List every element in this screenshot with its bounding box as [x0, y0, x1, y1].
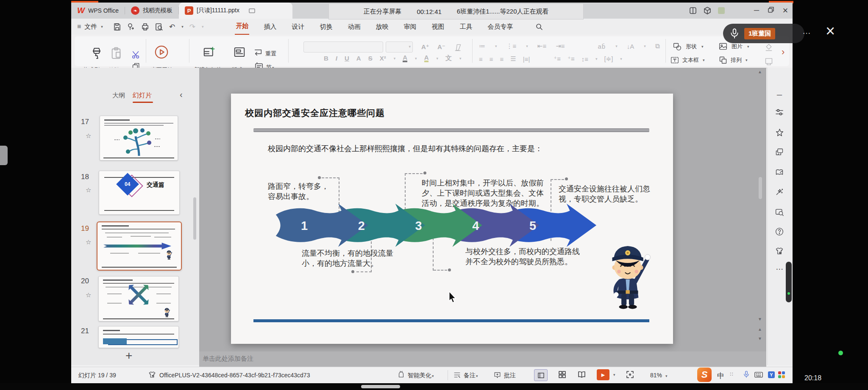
slide-19-star-icon[interactable]: ☆ — [86, 238, 91, 246]
close-button[interactable]: × — [778, 5, 793, 16]
sharer-name-badge[interactable]: 1班董国 — [744, 28, 775, 39]
sogou-ime-icon[interactable]: S — [697, 368, 712, 382]
play-from-page-icon[interactable] — [154, 45, 169, 59]
process-arrows[interactable]: 1 2 3 4 5 — [273, 202, 598, 249]
microphone-icon[interactable] — [729, 28, 740, 39]
properties-icon[interactable] — [773, 106, 786, 119]
collapse-toolbar-icon[interactable]: ─ — [773, 89, 786, 102]
help-icon[interactable] — [773, 225, 786, 238]
normal-view-button[interactable] — [534, 369, 548, 381]
slide-18-star-icon[interactable]: ☆ — [86, 186, 91, 194]
picture-button[interactable]: 图片 — [732, 43, 743, 50]
print-icon[interactable] — [141, 23, 149, 31]
skin-center-icon[interactable] — [773, 245, 786, 257]
search-icon[interactable] — [536, 23, 543, 30]
ime-tool-icon[interactable]: Y — [768, 371, 775, 378]
notes-placeholder[interactable]: 单击此处添加备注 — [203, 355, 253, 363]
reset-button[interactable]: 重置 — [265, 50, 276, 58]
undo-button[interactable]: ↶ — [169, 22, 175, 31]
menu-slideshow[interactable]: 放映 — [375, 19, 389, 35]
find-icon[interactable] — [155, 23, 163, 31]
menu-review[interactable]: 审阅 — [403, 19, 417, 35]
fit-slide-button[interactable] — [626, 371, 634, 380]
comments-button[interactable]: 批注 — [504, 372, 516, 379]
overlay-close-button[interactable]: × — [826, 22, 835, 40]
tab-preview-icon[interactable] — [249, 8, 255, 14]
canvas-scrollbar-thumb[interactable] — [759, 177, 762, 199]
menu-animation[interactable]: 动画 — [347, 19, 361, 35]
canvas-scrollbar-up[interactable]: ▲ — [758, 69, 762, 74]
ime-toolbox-icon[interactable] — [778, 371, 785, 378]
menu-design[interactable]: 设计 — [291, 19, 305, 35]
arrange-button[interactable]: 排列 — [731, 56, 742, 64]
slide-canvas[interactable]: 校园内部交通安全应注意哪些问题 校园内部的交通不像社会上那样熙熙攘攘，但是却有其… — [231, 94, 673, 344]
notes-pane[interactable] — [199, 351, 766, 367]
mini-app-icon[interactable] — [718, 7, 725, 14]
reset-icon[interactable] — [253, 48, 263, 58]
arrange-icon[interactable] — [719, 56, 727, 64]
police-officer-illustration[interactable] — [603, 235, 654, 311]
image-search-icon[interactable] — [773, 206, 786, 219]
beautify-button[interactable]: 智能美化▾ — [408, 372, 434, 379]
slide-title[interactable]: 校园内部交通安全应注意哪些问题 — [245, 107, 385, 119]
animation-pane-icon[interactable] — [773, 146, 786, 158]
ime-keyboard-icon[interactable] — [754, 371, 763, 380]
new-slide-icon[interactable] — [203, 46, 215, 58]
menu-home[interactable]: 开始 — [235, 18, 249, 35]
slide-19-thumbnail-selected[interactable] — [97, 221, 182, 271]
overlay-more-button[interactable]: … — [802, 26, 811, 36]
slide-20-number[interactable]: 20 — [75, 277, 89, 285]
notes-button[interactable]: 备注▾ — [464, 372, 478, 379]
slide-sorter-view-button[interactable] — [559, 371, 566, 380]
shapes-icon[interactable] — [673, 42, 682, 51]
bottom-pill[interactable] — [361, 385, 400, 388]
zoom-level[interactable]: 81%▾ — [650, 372, 668, 379]
more-tools-icon[interactable]: ⋯ — [773, 263, 786, 275]
menu-insert[interactable]: 插入 — [263, 19, 277, 35]
effects-star-icon[interactable] — [773, 126, 786, 139]
cube-icon[interactable] — [704, 7, 711, 14]
slideshow-play-button[interactable]: ▶ — [597, 369, 609, 380]
next-slide-button[interactable]: ▼ — [758, 336, 762, 341]
reading-view-button[interactable] — [578, 371, 585, 380]
desktop-left-tab[interactable] — [0, 146, 8, 165]
ime-mic-icon[interactable] — [743, 370, 750, 380]
template-skin-icon[interactable] — [148, 371, 156, 379]
slide-18-thumbnail[interactable]: 04 交通篇 — [99, 171, 180, 215]
tab-wps-office[interactable]: W WPS Office — [71, 3, 125, 19]
sidebar-widget[interactable] — [786, 262, 792, 302]
step-2-note[interactable]: 流量不均衡，有的地段流量小，有的地方流量大。 — [302, 249, 396, 269]
previous-slide-button[interactable]: ▲ — [758, 327, 762, 332]
notes-icon[interactable] — [453, 371, 461, 379]
save-icon[interactable] — [113, 23, 121, 31]
tab-outline[interactable]: 大纲 — [112, 91, 125, 100]
ime-mode-toggle[interactable]: 中 — [717, 371, 724, 381]
slide-17-number[interactable]: 17 — [75, 118, 89, 126]
minimize-button[interactable]: ─ — [749, 6, 764, 15]
canvas-scrollbar-down[interactable]: ▼ — [758, 317, 762, 321]
tab-slides[interactable]: 幻灯片 — [133, 91, 152, 100]
restore-button[interactable] — [764, 6, 778, 15]
slide-21-thumbnail[interactable] — [98, 326, 179, 348]
textbox-button[interactable]: 文本框 — [682, 56, 699, 64]
ribbon-expand-button[interactable]: › — [782, 47, 785, 58]
comments-icon[interactable] — [494, 371, 501, 379]
slide-17-star-icon[interactable]: ☆ — [86, 132, 91, 140]
panel-collapse-button[interactable]: ‹ — [180, 90, 183, 100]
play-options-caret[interactable]: ▾ — [613, 373, 615, 377]
ime-more-icon[interactable]: ∶∶ — [730, 371, 734, 377]
tab-docer-templates[interactable]: ❧ 找稻壳模板 — [125, 3, 178, 19]
step-1-note[interactable]: 路面窄，转弯多，容易出事故。 — [268, 182, 332, 202]
slide-intro-text[interactable]: 校园内部的交通不像社会上那样熙熙攘攘，但是却有其特殊的问题存在，主要是： — [268, 144, 542, 154]
slide-19-number[interactable]: 19 — [75, 224, 89, 233]
beautify-icon[interactable] — [398, 371, 405, 379]
slide-17-thumbnail[interactable] — [100, 116, 178, 160]
layout-icon[interactable] — [233, 46, 246, 58]
export-icon[interactable] — [127, 23, 135, 31]
menu-transition[interactable]: 切换 — [319, 19, 333, 35]
slide-21-number[interactable]: 21 — [75, 327, 89, 335]
panel-scrollbar-thumb[interactable] — [193, 197, 196, 240]
menu-tools[interactable]: 工具 — [459, 19, 473, 35]
slide-20-star-icon[interactable]: ☆ — [86, 291, 91, 299]
format-painter-icon[interactable] — [90, 47, 103, 60]
